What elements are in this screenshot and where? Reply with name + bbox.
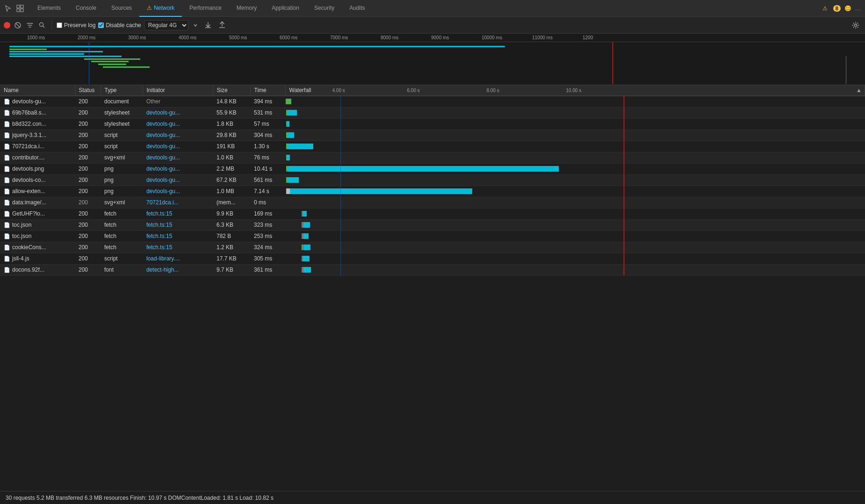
cursor-icon[interactable] bbox=[4, 4, 12, 13]
col-header-initiator[interactable]: Initiator bbox=[143, 85, 213, 96]
search-button[interactable] bbox=[37, 21, 47, 30]
initiator-link[interactable]: devtools-gu... bbox=[146, 177, 180, 183]
tab-application[interactable]: Application bbox=[264, 0, 307, 17]
cell-initiator[interactable]: devtools-gu... bbox=[143, 163, 213, 174]
cell-name[interactable]: 📄contributor.... bbox=[0, 152, 75, 163]
preserve-log-label[interactable]: Preserve log bbox=[57, 22, 95, 29]
table-row[interactable]: 📄cookieCons...200fetchfetch.ts:151.2 KB3… bbox=[0, 242, 865, 253]
cell-initiator[interactable]: fetch.ts:15 bbox=[143, 242, 213, 253]
tab-elements[interactable]: Elements bbox=[30, 0, 68, 17]
cell-name[interactable]: 📄cookieCons... bbox=[0, 242, 75, 253]
cell-initiator[interactable]: devtools-gu... bbox=[143, 118, 213, 130]
cell-initiator[interactable]: devtools-gu... bbox=[143, 174, 213, 186]
col-header-time[interactable]: Time bbox=[250, 85, 285, 96]
dropdown-arrow[interactable] bbox=[191, 22, 200, 29]
cell-name[interactable]: 📄jquery-3.3.1... bbox=[0, 130, 75, 141]
cell-name[interactable]: 📄devtools-gu... bbox=[0, 96, 75, 107]
cell-initiator[interactable]: devtools-gu... bbox=[143, 130, 213, 141]
col-header-waterfall[interactable]: Waterfall ▲ 4.00 s 6.00 s 8.00 s 10.00 s bbox=[285, 85, 865, 96]
initiator-link[interactable]: 70721dca.i... bbox=[146, 199, 179, 206]
cell-status: 200 bbox=[75, 152, 101, 163]
cell-initiator[interactable]: fetch.ts:15 bbox=[143, 219, 213, 230]
cell-name[interactable]: 📄devtools.png bbox=[0, 163, 75, 174]
cell-name[interactable]: 📄devtools-co... bbox=[0, 174, 75, 186]
tab-security[interactable]: Security bbox=[307, 0, 342, 17]
cell-name[interactable]: 📄toc.json bbox=[0, 219, 75, 230]
table-row[interactable]: 📄devtools-co...200pngdevtools-gu...67.2 … bbox=[0, 174, 865, 186]
cell-initiator[interactable]: 70721dca.i... bbox=[143, 197, 213, 208]
cell-initiator[interactable]: devtools-gu... bbox=[143, 152, 213, 163]
record-button[interactable] bbox=[4, 22, 10, 29]
cell-name[interactable]: 📄jsll-4.js bbox=[0, 253, 75, 264]
clear-button[interactable] bbox=[13, 21, 22, 30]
table-row[interactable]: 📄GetUHF?lo...200fetchfetch.ts:159.9 KB16… bbox=[0, 208, 865, 219]
inspect-icon[interactable] bbox=[16, 4, 24, 13]
more-button[interactable]: ... bbox=[855, 5, 861, 12]
cell-initiator[interactable]: devtools-gu... bbox=[143, 107, 213, 118]
initiator-link[interactable]: devtools-gu... bbox=[146, 143, 180, 150]
tab-audits[interactable]: Audits bbox=[342, 0, 372, 17]
table-row[interactable]: 📄allow-exten...200pngdevtools-gu...1.0 M… bbox=[0, 186, 865, 197]
cell-name[interactable]: 📄GetUHF?lo... bbox=[0, 208, 75, 219]
initiator-link[interactable]: devtools-gu... bbox=[146, 132, 180, 138]
cell-initiator[interactable]: detect-high... bbox=[143, 264, 213, 275]
cell-initiator[interactable]: devtools-gu... bbox=[143, 141, 213, 152]
emoji-icon[interactable]: 😊 bbox=[844, 5, 851, 12]
cell-initiator[interactable]: fetch.ts:15 bbox=[143, 230, 213, 242]
initiator-link[interactable]: fetch.ts:15 bbox=[146, 233, 172, 239]
initiator-link[interactable]: devtools-gu... bbox=[146, 188, 180, 194]
initiator-link[interactable]: devtools-gu... bbox=[146, 154, 180, 161]
table-row[interactable]: 📄devtools.png200pngdevtools-gu...2.2 MB1… bbox=[0, 163, 865, 174]
wf-dom-line bbox=[340, 197, 341, 208]
settings-button[interactable] bbox=[850, 21, 861, 30]
table-row[interactable]: 📄devtools-gu...200documentOther14.8 KB39… bbox=[0, 96, 865, 107]
wf-load-line bbox=[624, 265, 624, 275]
cell-initiator[interactable]: devtools-gu... bbox=[143, 186, 213, 197]
cell-name[interactable]: 📄toc.json bbox=[0, 230, 75, 242]
filter-button[interactable] bbox=[25, 21, 35, 30]
initiator-link[interactable]: fetch.ts:15 bbox=[146, 222, 172, 228]
col-header-size[interactable]: Size bbox=[213, 85, 250, 96]
cell-name[interactable]: 📄69b76ba8.s... bbox=[0, 107, 75, 118]
wf-load-line bbox=[624, 242, 624, 253]
disable-cache-checkbox[interactable] bbox=[98, 22, 104, 28]
table-row[interactable]: 📄data:image/...200svg+xml70721dca.i...(m… bbox=[0, 197, 865, 208]
table-row[interactable]: 📄docons.92f...200fontdetect-high...9.7 K… bbox=[0, 264, 865, 275]
initiator-link[interactable]: fetch.ts:15 bbox=[146, 210, 172, 217]
col-header-type[interactable]: Type bbox=[101, 85, 143, 96]
preserve-log-checkbox[interactable] bbox=[57, 22, 62, 28]
col-header-name[interactable]: Name bbox=[0, 85, 75, 96]
initiator-link[interactable]: devtools-gu... bbox=[146, 121, 180, 127]
cell-name[interactable]: 📄allow-exten... bbox=[0, 186, 75, 197]
cell-name[interactable]: 📄70721dca.i... bbox=[0, 141, 75, 152]
table-row[interactable]: 📄69b76ba8.s...200stylesheetdevtools-gu..… bbox=[0, 107, 865, 118]
tab-network[interactable]: ⚠ Network bbox=[139, 0, 182, 17]
cell-name[interactable]: 📄b8d322.con... bbox=[0, 118, 75, 130]
cell-name[interactable]: 📄docons.92f... bbox=[0, 264, 75, 275]
col-header-status[interactable]: Status bbox=[75, 85, 101, 96]
disable-cache-label[interactable]: Disable cache bbox=[98, 22, 141, 29]
cell-name[interactable]: 📄data:image/... bbox=[0, 197, 75, 208]
import-button[interactable] bbox=[202, 21, 214, 30]
initiator-link[interactable]: devtools-gu... bbox=[146, 166, 180, 172]
initiator-link[interactable]: load-library.... bbox=[146, 255, 180, 262]
wf-blue-bar bbox=[303, 256, 310, 261]
tab-performance[interactable]: Performance bbox=[182, 0, 229, 17]
table-row[interactable]: 📄contributor....200svg+xmldevtools-gu...… bbox=[0, 152, 865, 163]
tab-sources[interactable]: Sources bbox=[104, 0, 139, 17]
throttle-select[interactable]: Regular 4G No throttling Slow 3G Fast 3G… bbox=[144, 20, 188, 30]
table-row[interactable]: 📄toc.json200fetchfetch.ts:15782 B253 ms bbox=[0, 230, 865, 242]
table-row[interactable]: 📄jsll-4.js200scriptload-library....17.7 … bbox=[0, 253, 865, 264]
tab-memory[interactable]: Memory bbox=[229, 0, 264, 17]
cell-initiator[interactable]: fetch.ts:15 bbox=[143, 208, 213, 219]
table-row[interactable]: 📄jquery-3.3.1...200scriptdevtools-gu...2… bbox=[0, 130, 865, 141]
table-row[interactable]: 📄b8d322.con...200stylesheetdevtools-gu..… bbox=[0, 118, 865, 130]
export-button[interactable] bbox=[216, 21, 228, 30]
initiator-link[interactable]: fetch.ts:15 bbox=[146, 244, 172, 251]
initiator-link[interactable]: detect-high... bbox=[146, 266, 179, 273]
cell-initiator[interactable]: load-library.... bbox=[143, 253, 213, 264]
tab-console[interactable]: Console bbox=[68, 0, 104, 17]
table-row[interactable]: 📄70721dca.i...200scriptdevtools-gu...191… bbox=[0, 141, 865, 152]
table-row[interactable]: 📄toc.json200fetchfetch.ts:156.3 KB323 ms bbox=[0, 219, 865, 230]
initiator-link[interactable]: devtools-gu... bbox=[146, 109, 180, 116]
